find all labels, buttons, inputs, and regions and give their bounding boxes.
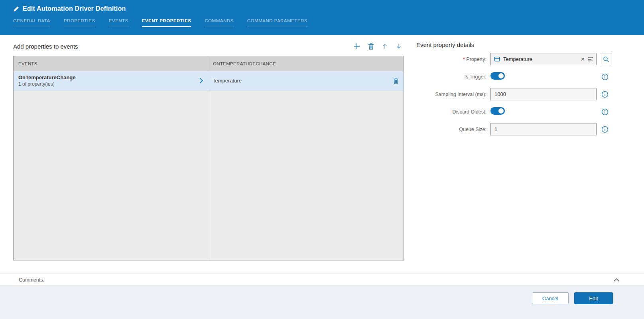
event-property-details-panel: Event property details * Property: Tempe… — [404, 35, 644, 274]
sampling-interval-field-row: Sampling Interval (ms): — [416, 88, 644, 100]
column-header-ontemperaturechange: ONTEMPERATURECHANGE — [208, 56, 404, 71]
chevron-right-icon[interactable] — [199, 78, 203, 84]
header: Edit Automation Driver Definition GENERA… — [0, 0, 644, 35]
row-delete-button[interactable] — [393, 78, 399, 84]
event-cell[interactable]: OnTemperatureChange 1 of property(ies) — [14, 71, 208, 90]
toggle-knob — [498, 73, 504, 78]
comments-bar[interactable]: Comments: — [0, 274, 644, 286]
event-cell-text: OnTemperatureChange 1 of property(ies) — [18, 74, 76, 87]
close-icon: × — [581, 56, 585, 63]
is-trigger-label: Is Trigger: — [416, 74, 490, 80]
discard-oldest-field-row: Discard Oldest: — [416, 106, 644, 118]
events-table-body: OnTemperatureChange 1 of property(ies) T… — [14, 71, 404, 260]
table-row[interactable]: OnTemperatureChange 1 of property(ies) T… — [14, 71, 404, 90]
suggestions-button[interactable] — [588, 57, 593, 62]
tab-commands[interactable]: COMMANDS — [205, 18, 233, 27]
property-field-row: * Property: Temperature × — [416, 53, 644, 65]
events-table-header: EVENTS ONTEMPERATURECHANGE — [14, 56, 404, 71]
tab-command-parameters[interactable]: COMMAND PARAMETERS — [247, 18, 307, 27]
property-type-icon — [494, 56, 500, 62]
comments-label: Comments: — [19, 277, 44, 283]
trash-icon — [393, 78, 399, 84]
queue-size-field-row: Queue Size: — [416, 123, 644, 135]
events-panel-title: Add properties to events — [13, 43, 78, 50]
info-icon — [601, 91, 609, 98]
search-button[interactable] — [600, 53, 612, 65]
title-row: Edit Automation Driver Definition — [13, 5, 644, 12]
sampling-interval-label: Sampling Interval (ms): — [416, 92, 490, 97]
discard-oldest-label: Discard Oldest: — [416, 109, 490, 115]
is-trigger-field-row: Is Trigger: — [416, 70, 644, 83]
arrow-down-icon — [396, 43, 402, 49]
chevron-up-icon — [614, 278, 619, 282]
event-name: OnTemperatureChange — [18, 74, 76, 80]
events-table: EVENTS ONTEMPERATURECHANGE OnTemperature… — [13, 56, 404, 260]
cancel-button[interactable]: Cancel — [532, 292, 569, 304]
details-title: Event property details — [416, 41, 644, 48]
search-icon — [603, 56, 609, 63]
info-icon — [601, 73, 609, 80]
property-label: * Property: — [416, 57, 490, 62]
info-icon — [601, 126, 609, 133]
delete-button[interactable] — [366, 42, 375, 51]
plus-icon — [353, 43, 360, 50]
move-down-button[interactable] — [394, 42, 403, 51]
column-separator — [208, 71, 208, 260]
property-value: Temperature — [503, 56, 578, 62]
discard-oldest-info[interactable] — [598, 108, 612, 115]
events-toolbar — [353, 42, 404, 51]
queue-size-input[interactable] — [490, 123, 597, 135]
property-cell[interactable]: Temperature — [208, 71, 404, 90]
discard-oldest-toggle[interactable] — [490, 107, 505, 115]
sampling-interval-input[interactable] — [490, 88, 597, 100]
is-trigger-info[interactable] — [598, 73, 612, 80]
event-subtitle: 1 of property(ies) — [18, 81, 76, 87]
tab-bar: GENERAL DATA PROPERTIES EVENTS EVENT PRO… — [13, 18, 644, 27]
edit-button[interactable]: Edit — [574, 292, 613, 304]
sampling-interval-info[interactable] — [598, 91, 612, 98]
tab-event-properties[interactable]: EVENT PROPERTIES — [142, 18, 191, 27]
events-panel-head: Add properties to events — [13, 41, 404, 51]
page-title: Edit Automation Driver Definition — [23, 5, 126, 12]
move-up-button[interactable] — [380, 42, 389, 51]
pencil-icon — [13, 6, 19, 12]
column-header-events: EVENTS — [14, 56, 208, 71]
events-panel: Add properties to events — [0, 35, 404, 274]
queue-size-label: Queue Size: — [416, 127, 490, 132]
queue-size-info[interactable] — [598, 126, 612, 133]
tab-events[interactable]: EVENTS — [109, 18, 128, 27]
required-marker: * — [463, 57, 465, 62]
tab-properties[interactable]: PROPERTIES — [64, 18, 95, 27]
list-icon — [588, 57, 593, 62]
tab-general-data[interactable]: GENERAL DATA — [13, 18, 50, 27]
trash-icon — [368, 43, 374, 50]
add-button[interactable] — [353, 42, 361, 51]
collapse-button[interactable] — [614, 278, 619, 282]
toggle-knob — [498, 108, 504, 114]
info-icon — [601, 108, 609, 115]
edit-automation-driver-dialog: Edit Automation Driver Definition GENERA… — [0, 0, 644, 319]
property-name: Temperature — [213, 78, 242, 84]
property-lookup-field[interactable]: Temperature × — [490, 53, 597, 65]
footer: Cancel Edit — [0, 286, 644, 319]
main-content: Add properties to events — [0, 35, 644, 274]
clear-button[interactable]: × — [581, 56, 585, 63]
is-trigger-toggle[interactable] — [490, 72, 505, 80]
arrow-up-icon — [382, 43, 388, 49]
